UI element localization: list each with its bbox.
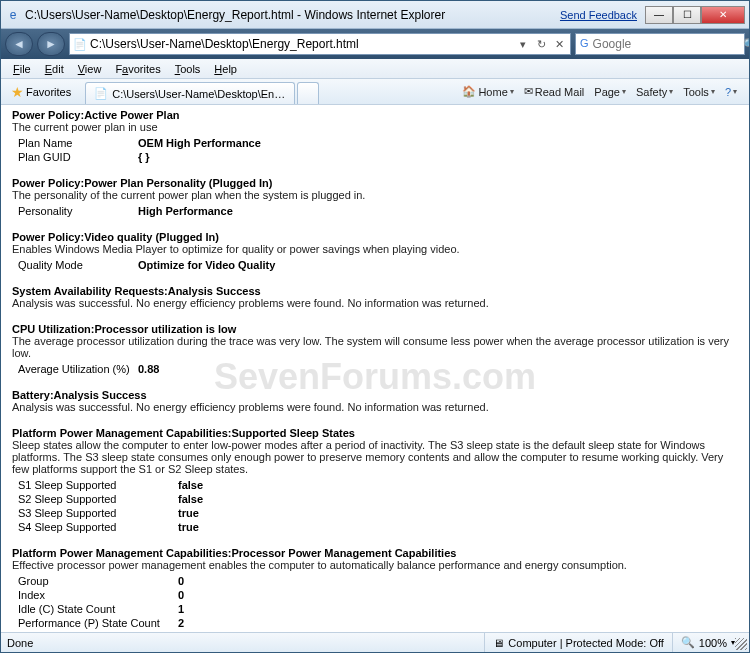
favorites-button[interactable]: ★ Favorites — [5, 82, 77, 102]
home-icon: 🏠 — [462, 85, 476, 98]
maximize-button[interactable]: ☐ — [673, 6, 701, 24]
section-description: Analysis was successful. No energy effic… — [12, 297, 738, 309]
forward-button[interactable]: ► — [37, 32, 65, 56]
tools-menu[interactable]: Tools▾ — [679, 84, 719, 100]
kv-key: Average Utilization (%) — [18, 363, 138, 375]
zoom-icon: 🔍 — [681, 636, 695, 649]
section-description: The current power plan in use — [12, 121, 738, 133]
kv-key: Plan Name — [18, 137, 138, 149]
refresh-button[interactable]: ↻ — [532, 38, 550, 51]
key-value-row: S2 Sleep Supportedfalse — [18, 493, 738, 505]
security-zone[interactable]: 🖥Computer | Protected Mode: Off — [484, 633, 672, 652]
menu-favorites[interactable]: Favorites — [109, 61, 166, 77]
kv-value: 0 — [178, 575, 184, 587]
section-description: Effective processor power management ena… — [12, 559, 738, 571]
kv-value: true — [178, 521, 199, 533]
help-icon-button[interactable]: ?▾ — [721, 84, 741, 100]
section-description: The average processor utilization during… — [12, 335, 738, 359]
section-title: Power Policy:Active Power Plan — [12, 109, 738, 121]
page-menu[interactable]: Page▾ — [590, 84, 630, 100]
kv-value: false — [178, 479, 203, 491]
kv-value: OEM High Performance — [138, 137, 261, 149]
status-bar: Done 🖥Computer | Protected Mode: Off 🔍10… — [1, 632, 749, 652]
report-section: Power Policy:Active Power PlanThe curren… — [12, 109, 738, 163]
new-tab-button[interactable] — [297, 82, 319, 104]
kv-key: Personality — [18, 205, 138, 217]
address-bar[interactable]: 📄 ▾ ↻ ✕ — [69, 33, 571, 55]
browser-tab[interactable]: 📄 C:\Users\User-Name\Desktop\Energy_Repo… — [85, 82, 295, 104]
section-title: Power Policy:Power Plan Personality (Plu… — [12, 177, 738, 189]
address-input[interactable] — [90, 37, 514, 51]
send-feedback-link[interactable]: Send Feedback — [560, 9, 637, 21]
favorites-bar: ★ Favorites 📄 C:\Users\User-Name\Desktop… — [1, 79, 749, 105]
zoom-control[interactable]: 🔍100%▾ — [672, 633, 743, 652]
mail-icon: ✉ — [524, 85, 533, 98]
report-section: Battery:Analysis SuccessAnalysis was suc… — [12, 389, 738, 413]
window-title: C:\Users\User-Name\Desktop\Energy_Report… — [25, 8, 560, 22]
key-value-row: Quality ModeOptimize for Video Quality — [18, 259, 738, 271]
section-description: Analysis was successful. No energy effic… — [12, 401, 738, 413]
readmail-button[interactable]: ✉Read Mail — [520, 83, 589, 100]
section-title: Power Policy:Video quality (Plugged In) — [12, 231, 738, 243]
menu-view[interactable]: View — [72, 61, 108, 77]
report-section: Power Policy:Video quality (Plugged In)E… — [12, 231, 738, 271]
report-section: CPU Utilization:Processor utilization is… — [12, 323, 738, 375]
section-title: Platform Power Management Capabilities:S… — [12, 427, 738, 439]
stop-button[interactable]: ✕ — [550, 38, 568, 51]
safety-menu[interactable]: Safety▾ — [632, 84, 677, 100]
kv-key: Idle (C) State Count — [18, 603, 178, 615]
section-title: Battery:Analysis Success — [12, 389, 738, 401]
kv-value: 0.88 — [138, 363, 159, 375]
report-section: Platform Power Management Capabilities:S… — [12, 427, 738, 533]
section-description: Sleep states allow the computer to enter… — [12, 439, 738, 475]
minimize-button[interactable]: — — [645, 6, 673, 24]
computer-icon: 🖥 — [493, 637, 504, 649]
kv-key: Quality Mode — [18, 259, 138, 271]
search-bar[interactable]: G 🔍 — [575, 33, 745, 55]
section-title: CPU Utilization:Processor utilization is… — [12, 323, 738, 335]
search-button[interactable]: 🔍 — [743, 38, 750, 51]
tab-page-icon: 📄 — [94, 87, 108, 100]
resize-grip[interactable] — [735, 638, 747, 650]
kv-value: 2 — [178, 617, 184, 629]
kv-value: 1 — [178, 603, 184, 615]
page-icon: 📄 — [72, 36, 88, 52]
help-icon: ? — [725, 86, 731, 98]
menu-help[interactable]: Help — [208, 61, 243, 77]
kv-key: S1 Sleep Supported — [18, 479, 178, 491]
kv-key: Group — [18, 575, 178, 587]
key-value-row: Average Utilization (%)0.88 — [18, 363, 738, 375]
key-value-row: Idle (C) State Count1 — [18, 603, 738, 615]
favorites-label: Favorites — [26, 86, 71, 98]
search-input[interactable] — [593, 37, 743, 51]
key-value-row: S4 Sleep Supportedtrue — [18, 521, 738, 533]
close-button[interactable]: ✕ — [701, 6, 745, 24]
kv-value: Optimize for Video Quality — [138, 259, 275, 271]
section-title: Platform Power Management Capabilities:P… — [12, 547, 738, 559]
status-text: Done — [7, 637, 33, 649]
page-content[interactable]: Power Policy:Active Power PlanThe curren… — [2, 105, 748, 632]
kv-value: false — [178, 493, 203, 505]
kv-key: Performance (P) State Count — [18, 617, 178, 629]
key-value-row: Plan NameOEM High Performance — [18, 137, 738, 149]
star-icon: ★ — [11, 84, 24, 100]
report-section: System Availability Requests:Analysis Su… — [12, 285, 738, 309]
key-value-row: Index0 — [18, 589, 738, 601]
key-value-row: Group0 — [18, 575, 738, 587]
kv-key: Index — [18, 589, 178, 601]
back-button[interactable]: ◄ — [5, 32, 33, 56]
section-description: The personality of the current power pla… — [12, 189, 738, 201]
menu-tools[interactable]: Tools — [169, 61, 207, 77]
home-button[interactable]: 🏠Home▾ — [458, 83, 517, 100]
kv-key: Plan GUID — [18, 151, 138, 163]
report-section: Power Policy:Power Plan Personality (Plu… — [12, 177, 738, 217]
address-dropdown[interactable]: ▾ — [514, 38, 532, 51]
tab-title: C:\Users\User-Name\Desktop\Energy_Report… — [112, 88, 286, 100]
kv-value: 0 — [178, 589, 184, 601]
key-value-row: Performance (P) State Count2 — [18, 617, 738, 629]
menu-file[interactable]: File — [7, 61, 37, 77]
key-value-row: S1 Sleep Supportedfalse — [18, 479, 738, 491]
report-section: Platform Power Management Capabilities:P… — [12, 547, 738, 632]
menu-edit[interactable]: Edit — [39, 61, 70, 77]
key-value-row: PersonalityHigh Performance — [18, 205, 738, 217]
